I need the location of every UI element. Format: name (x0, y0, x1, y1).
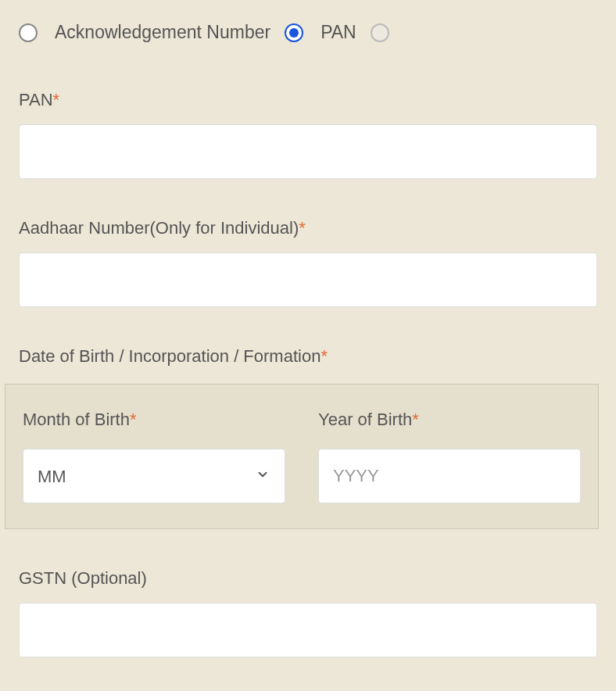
month-select-wrap: MM (23, 449, 285, 503)
dob-section-label: Date of Birth / Incorporation / Formatio… (19, 346, 597, 367)
aadhaar-label-text: Aadhaar Number(Only for Individual) (19, 218, 299, 238)
month-select[interactable]: MM (23, 449, 285, 503)
month-col: Month of Birth* MM (23, 410, 285, 503)
year-label-text: Year of Birth (318, 410, 412, 429)
required-asterisk: * (321, 346, 328, 366)
radio-label-ack: Acknowledgement Number (55, 22, 270, 43)
aadhaar-input[interactable] (19, 252, 597, 307)
year-label: Year of Birth* (318, 410, 581, 430)
dob-section: Date of Birth / Incorporation / Formatio… (19, 346, 597, 529)
month-label: Month of Birth* (23, 410, 285, 430)
pan-label-text: PAN (19, 90, 53, 109)
gstn-label-text: GSTN (Optional) (19, 568, 147, 588)
radio-circle-disabled-icon (371, 23, 389, 42)
aadhaar-label: Aadhaar Number(Only for Individual)* (19, 218, 597, 238)
required-asterisk: * (130, 410, 137, 429)
year-col: Year of Birth* (318, 410, 581, 503)
radio-circle-selected-icon (285, 23, 303, 42)
radio-label-pan: PAN (321, 22, 356, 43)
aadhaar-field-group: Aadhaar Number(Only for Individual)* (19, 218, 597, 307)
month-label-text: Month of Birth (23, 410, 130, 429)
pan-input[interactable] (19, 124, 597, 179)
gstn-field-group: GSTN (Optional) (19, 568, 597, 657)
required-asterisk: * (53, 90, 60, 109)
dob-container: Month of Birth* MM Year of Birth* (5, 384, 599, 529)
search-type-radio-group: Acknowledgement Number PAN (19, 22, 597, 43)
radio-acknowledgement[interactable]: Acknowledgement Number (19, 22, 270, 43)
gstn-label: GSTN (Optional) (19, 568, 597, 589)
radio-circle-icon (19, 23, 38, 42)
radio-third[interactable] (371, 23, 389, 42)
required-asterisk: * (412, 410, 419, 429)
pan-label: PAN* (19, 90, 597, 110)
pan-field-group: PAN* (19, 90, 597, 179)
radio-pan[interactable]: PAN (285, 22, 356, 43)
dob-section-label-text: Date of Birth / Incorporation / Formatio… (19, 346, 321, 366)
year-input[interactable] (318, 449, 581, 503)
gstn-input[interactable] (19, 603, 597, 657)
required-asterisk: * (299, 218, 306, 238)
